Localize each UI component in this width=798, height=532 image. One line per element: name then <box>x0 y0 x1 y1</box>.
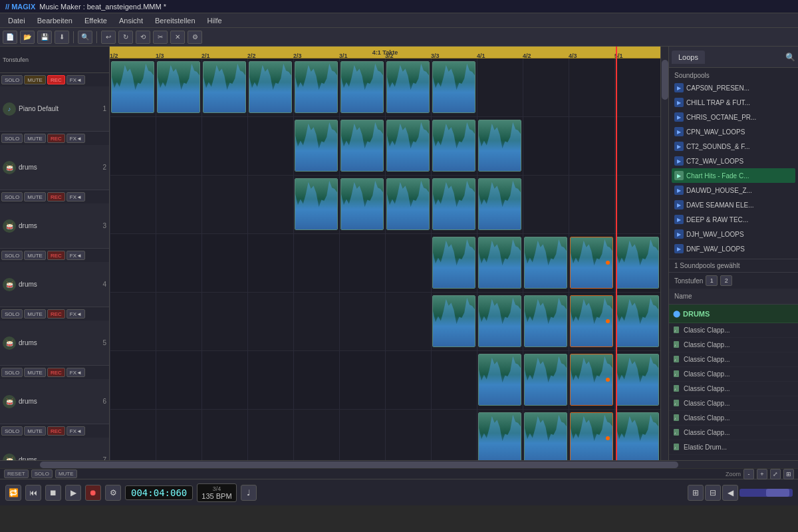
track-3-solo[interactable]: SOLO <box>1 192 23 201</box>
soundpool-item-11[interactable]: ▶DNF_WAV_LOOPS <box>672 241 795 256</box>
stop-btn[interactable]: ⏹ <box>45 485 61 501</box>
metronome-btn[interactable]: ♩ <box>241 485 257 501</box>
track-5-rec[interactable]: REC <box>47 309 65 319</box>
toolbar-cut[interactable]: ✂ <box>153 31 168 44</box>
loop-item-1[interactable]: ♪Classic Clapp... <box>669 338 798 352</box>
mute-btn[interactable]: MUTE <box>55 469 77 478</box>
zoom-out-btn[interactable]: - <box>743 469 754 479</box>
clip-r5-s10[interactable] <box>570 354 613 406</box>
menu-bereitstellen[interactable]: Bereitstellen <box>150 15 201 26</box>
menu-hilfe[interactable]: Hilfe <box>202 15 227 26</box>
tonstufe-btn-2[interactable]: 2 <box>720 275 732 286</box>
track-4-solo[interactable]: SOLO <box>1 251 23 260</box>
volume-slider[interactable] <box>739 489 793 497</box>
h-scrollbar[interactable] <box>0 460 798 468</box>
clip-r0-s1[interactable] <box>157 61 200 113</box>
toolbar-redo[interactable]: ↻ <box>118 31 133 44</box>
toolbar-export[interactable]: ⬇ <box>55 31 69 44</box>
clip-r4-s9[interactable] <box>524 295 567 347</box>
soundpool-item-4[interactable]: ▶CT2_SOUNDS_& F... <box>672 139 795 154</box>
v-scrollbar-thumb[interactable] <box>662 60 668 100</box>
track-7-fx[interactable]: FX◄ <box>66 426 85 436</box>
clip-r2-s5[interactable] <box>340 178 384 230</box>
loop-item-4[interactable]: ♪Classic Clapp... <box>669 382 798 396</box>
track-1-fx[interactable]: FX◄ <box>66 75 85 84</box>
zoom-extra-btn[interactable]: ⊞ <box>783 469 794 479</box>
soundpool-item-10[interactable]: ▶DJH_WAV_LOOPS <box>672 227 795 241</box>
menu-datei[interactable]: Datei <box>3 15 31 26</box>
clip-r1-s5[interactable] <box>340 120 384 172</box>
clip-r2-s4[interactable] <box>295 178 338 230</box>
track-1-rec-active[interactable]: REC <box>47 75 65 84</box>
clip-r0-s5[interactable] <box>340 61 384 113</box>
arrangement-area[interactable]: 4:1 Takte 1/21/32/12/22/33/13/23/34/14/2… <box>110 47 660 460</box>
soundpool-item-6[interactable]: ▶Chart Hits - Fade C... <box>672 168 795 183</box>
record-btn[interactable]: ⏺ <box>85 485 101 501</box>
v-scrollbar[interactable] <box>660 47 668 460</box>
clip-r1-s8[interactable] <box>478 120 521 172</box>
toolbar-search[interactable]: 🔍 <box>78 31 92 44</box>
clip-r0-s0[interactable] <box>111 61 154 113</box>
track-2-solo[interactable]: SOLO <box>1 134 23 143</box>
clip-r6-s8[interactable] <box>478 412 521 460</box>
track-7-rec[interactable]: REC <box>47 426 65 436</box>
soundpool-item-1[interactable]: ▶CHILL TRAP & FUT... <box>672 95 795 110</box>
clip-r4-s10[interactable] <box>570 295 613 347</box>
toolbar-extra[interactable]: ⚙ <box>188 31 202 44</box>
track-4-rec[interactable]: REC <box>47 251 65 260</box>
loop-item-5[interactable]: ♪Classic Clapp... <box>669 396 798 411</box>
loop-item-3[interactable]: ♪Classic Clapp... <box>669 367 798 382</box>
soundpool-item-0[interactable]: ▶CAPS0N_PRESEN... <box>672 80 795 95</box>
track-5-solo[interactable]: SOLO <box>1 309 23 319</box>
drums-category[interactable]: ⬤ DRUMS <box>669 305 798 323</box>
toolbar-undo[interactable]: ↩ <box>101 31 116 44</box>
clip-r2-s6[interactable] <box>386 178 430 230</box>
clip-r3-s10[interactable] <box>570 237 613 289</box>
soundpool-item-5[interactable]: ▶CT2_WAV_LOOPS <box>672 154 795 168</box>
clip-r4-s11[interactable] <box>616 295 659 347</box>
track-7-solo[interactable]: SOLO <box>1 426 23 436</box>
timeline-ruler[interactable]: 4:1 Takte 1/21/32/12/22/33/13/23/34/14/2… <box>110 47 660 59</box>
menu-effekte[interactable]: Effekte <box>79 15 112 26</box>
clip-r1-s6[interactable] <box>386 120 430 172</box>
clip-r2-s8[interactable] <box>478 178 521 230</box>
clip-r1-s7[interactable] <box>432 120 475 172</box>
track-4-fx[interactable]: FX◄ <box>66 251 85 260</box>
rewind-btn[interactable]: ⏮ <box>25 485 41 501</box>
track-5-fx[interactable]: FX◄ <box>66 309 85 319</box>
clip-r4-s8[interactable] <box>478 295 521 347</box>
loops-tab[interactable]: Loops <box>672 51 705 64</box>
clip-r3-s8[interactable] <box>478 237 521 289</box>
track-3-fx[interactable]: FX◄ <box>66 192 85 201</box>
track-6-fx[interactable]: FX◄ <box>66 368 85 377</box>
tonstufe-btn-1[interactable]: 1 <box>706 275 718 286</box>
clip-r0-s2[interactable] <box>203 61 246 113</box>
clip-r5-s8[interactable] <box>478 354 521 406</box>
loop-item-7[interactable]: ♪Classic Clapp... <box>669 426 798 440</box>
loop-item-2[interactable]: ♪Classic Clapp... <box>669 352 798 367</box>
h-scrollbar-thumb[interactable] <box>40 462 678 468</box>
toolbar-undo2[interactable]: ⟲ <box>136 31 150 44</box>
track-7-mute[interactable]: MUTE <box>24 426 46 436</box>
soundpool-item-2[interactable]: ▶CHRIS_OCTANE_PR... <box>672 110 795 124</box>
soundpool-item-8[interactable]: ▶DAVE SEAMAN ELE... <box>672 198 795 212</box>
clip-r0-s3[interactable] <box>249 61 292 113</box>
panel-search-icon[interactable]: 🔍 <box>785 53 795 62</box>
solo-btn[interactable]: SOLO <box>31 469 53 478</box>
grid-btn[interactable]: ⊞ <box>688 485 704 501</box>
track-4-mute[interactable]: MUTE <box>24 251 46 260</box>
toolbar-save[interactable]: 💾 <box>37 31 52 44</box>
toolbar-close[interactable]: ✕ <box>170 31 185 44</box>
clip-r0-s4[interactable] <box>295 61 338 113</box>
clip-r6-s11[interactable] <box>616 412 659 460</box>
toolbar-new[interactable]: 📄 <box>3 31 17 44</box>
clip-r5-s11[interactable] <box>616 354 659 406</box>
clip-r4-s7[interactable] <box>432 295 475 347</box>
clip-r6-s9[interactable] <box>524 412 567 460</box>
play-btn[interactable]: ▶ <box>65 485 81 501</box>
track-3-mute[interactable]: MUTE <box>24 192 46 201</box>
track-1-solo[interactable]: SOLO <box>1 75 23 84</box>
menu-ansicht[interactable]: Ansicht <box>114 15 148 26</box>
clip-r0-s6[interactable] <box>386 61 430 113</box>
loop-item-8[interactable]: ♪Elastic Drum... <box>669 440 798 455</box>
